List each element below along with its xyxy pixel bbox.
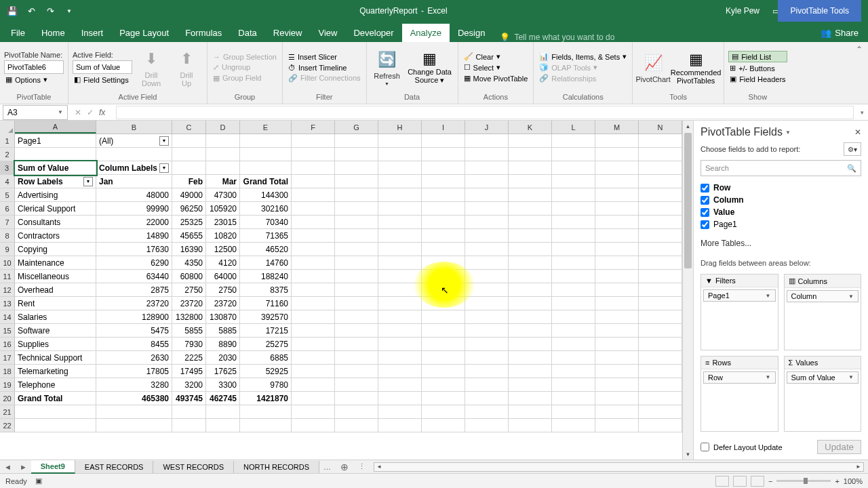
cell[interactable] <box>378 270 422 283</box>
dropdown-icon[interactable]: ▼ <box>159 163 169 173</box>
row-header[interactable]: 8 <box>0 229 15 243</box>
field-headers-toggle[interactable]: ▣ Field Headers <box>728 74 787 84</box>
field-item[interactable]: Page1 <box>701 220 861 229</box>
cell[interactable] <box>465 216 509 229</box>
page-break-view-icon[interactable] <box>751 476 764 487</box>
cell[interactable] <box>509 297 552 310</box>
cell[interactable] <box>378 161 422 175</box>
cell[interactable] <box>240 405 292 419</box>
cell[interactable]: 60800 <box>172 270 206 283</box>
tab-analyze[interactable]: Analyze <box>402 24 450 42</box>
col-header-C[interactable]: C <box>172 121 206 134</box>
cell[interactable] <box>378 134 422 148</box>
cell[interactable]: Supplies <box>15 338 96 351</box>
cell[interactable]: 25325 <box>172 216 206 229</box>
cell[interactable] <box>465 405 509 419</box>
cell[interactable] <box>639 297 682 310</box>
cell[interactable]: Technical Support <box>15 351 96 365</box>
cell[interactable] <box>552 351 595 365</box>
cell[interactable]: Rent <box>15 297 96 310</box>
cell[interactable] <box>335 216 378 229</box>
cell[interactable]: 71160 <box>240 297 292 310</box>
cell[interactable] <box>378 297 422 310</box>
tab-insert[interactable]: Insert <box>73 24 112 42</box>
scroll-up-icon[interactable]: ▲ <box>683 121 693 131</box>
row-header[interactable]: 19 <box>0 378 15 392</box>
cell[interactable] <box>465 243 509 256</box>
values-area-item[interactable]: Sum of Value▼ <box>787 371 859 384</box>
cell[interactable] <box>509 405 552 419</box>
save-icon[interactable]: 💾 <box>7 5 18 16</box>
cell[interactable] <box>15 148 96 161</box>
insert-timeline-button[interactable]: ⏱ Insert Timeline <box>287 63 362 73</box>
cell[interactable] <box>172 161 206 175</box>
cell[interactable] <box>639 202 682 216</box>
cell[interactable]: 10820 <box>206 229 240 243</box>
zoom-slider[interactable] <box>776 480 831 482</box>
cell[interactable] <box>422 148 465 161</box>
cell[interactable]: Grand Total <box>15 392 96 405</box>
row-header[interactable]: 6 <box>0 202 15 216</box>
cell[interactable] <box>595 188 639 202</box>
cell[interactable] <box>552 256 595 270</box>
cell[interactable] <box>206 405 240 419</box>
cell[interactable] <box>240 148 292 161</box>
col-header-B[interactable]: B <box>96 121 172 134</box>
cell[interactable]: Column Labels▼ <box>96 161 172 175</box>
cell[interactable] <box>335 161 378 175</box>
cell[interactable] <box>96 405 172 419</box>
cell[interactable] <box>378 419 422 432</box>
horizontal-scrollbar[interactable]: ◄ ► <box>374 462 864 472</box>
cell[interactable] <box>552 148 595 161</box>
cell[interactable]: 63440 <box>96 270 172 283</box>
col-header-J[interactable]: J <box>465 121 509 134</box>
cell[interactable]: Jan <box>96 175 172 188</box>
cell[interactable]: 1421870 <box>240 392 292 405</box>
cell[interactable] <box>292 202 335 216</box>
cell[interactable] <box>335 419 378 432</box>
filters-area-item[interactable]: Page1▼ <box>703 289 776 302</box>
cell[interactable]: 2630 <box>96 351 172 365</box>
sheet-nav-prev-icon[interactable]: ◄ <box>0 463 16 471</box>
cell[interactable] <box>509 392 552 405</box>
move-pivottable-button[interactable]: ▦ Move PivotTable <box>462 73 530 83</box>
cell[interactable] <box>378 324 422 338</box>
cell[interactable] <box>292 324 335 338</box>
cell[interactable] <box>378 148 422 161</box>
cell[interactable] <box>335 392 378 405</box>
scroll-thumb[interactable] <box>684 133 692 268</box>
normal-view-icon[interactable] <box>715 476 729 487</box>
cell[interactable]: 3300 <box>206 378 240 392</box>
columns-area-item[interactable]: Column▼ <box>787 290 859 302</box>
cell[interactable] <box>595 175 639 188</box>
cell[interactable] <box>378 243 422 256</box>
cell[interactable] <box>292 310 335 324</box>
cell[interactable] <box>378 175 422 188</box>
cell[interactable] <box>639 243 682 256</box>
cell[interactable]: Grand Total <box>240 175 292 188</box>
col-header-K[interactable]: K <box>509 121 552 134</box>
cell[interactable] <box>335 310 378 324</box>
cell[interactable] <box>172 134 206 148</box>
cell[interactable] <box>206 134 240 148</box>
cell[interactable] <box>552 338 595 351</box>
row-header[interactable]: 14 <box>0 310 15 324</box>
cell[interactable] <box>206 161 240 175</box>
cell[interactable] <box>509 365 552 378</box>
cell[interactable] <box>509 283 552 297</box>
cell[interactable] <box>552 392 595 405</box>
row-header[interactable]: 17 <box>0 351 15 365</box>
col-header-G[interactable]: G <box>335 121 378 134</box>
cell[interactable] <box>509 229 552 243</box>
cell[interactable]: 17625 <box>206 365 240 378</box>
cell[interactable] <box>639 324 682 338</box>
cell[interactable]: 64000 <box>206 270 240 283</box>
cell[interactable] <box>378 188 422 202</box>
cell[interactable] <box>595 378 639 392</box>
values-area[interactable]: ΣValues Sum of Value▼ <box>784 356 862 432</box>
refresh-button[interactable]: 🔄Refresh▼ <box>371 49 403 86</box>
cell[interactable] <box>639 419 682 432</box>
cell[interactable] <box>292 338 335 351</box>
cell[interactable]: (All)▼ <box>96 134 172 148</box>
cell[interactable] <box>292 405 335 419</box>
